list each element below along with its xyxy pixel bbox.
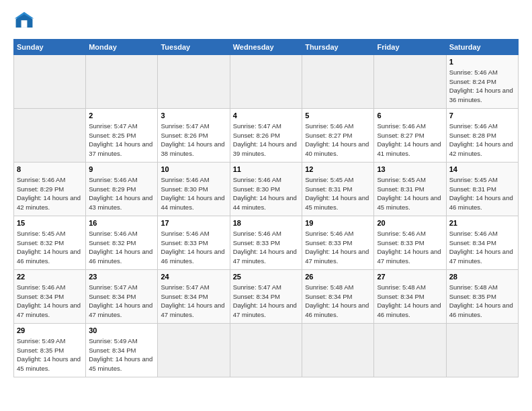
day-number: 1 — [449, 57, 515, 67]
calendar-day-cell: 24Sunrise: 5:47 AMSunset: 8:34 PMDayligh… — [158, 270, 230, 324]
day-of-week-header: Tuesday — [158, 40, 230, 55]
day-number: 18 — [233, 218, 299, 228]
day-info: Sunrise: 5:46 AMSunset: 8:32 PMDaylight:… — [89, 230, 152, 265]
logo-icon — [13, 11, 35, 32]
day-info: Sunrise: 5:49 AMSunset: 8:34 PMDaylight:… — [89, 337, 152, 372]
day-number: 14 — [449, 165, 515, 175]
day-info: Sunrise: 5:47 AMSunset: 8:34 PMDaylight:… — [161, 283, 224, 318]
empty-cell — [374, 55, 446, 109]
day-number: 12 — [305, 165, 371, 175]
empty-cell — [230, 55, 302, 109]
empty-cell — [374, 324, 446, 377]
day-number: 8 — [17, 165, 83, 175]
day-info: Sunrise: 5:46 AMSunset: 8:27 PMDaylight:… — [305, 122, 369, 157]
calendar-day-cell: 20Sunrise: 5:46 AMSunset: 8:33 PMDayligh… — [374, 216, 446, 270]
calendar-week-row: 15Sunrise: 5:45 AMSunset: 8:32 PMDayligh… — [14, 216, 519, 270]
day-number: 29 — [17, 326, 83, 336]
day-number: 19 — [305, 218, 371, 228]
day-info: Sunrise: 5:48 AMSunset: 8:34 PMDaylight:… — [305, 283, 369, 318]
day-info: Sunrise: 5:45 AMSunset: 8:31 PMDaylight:… — [449, 176, 513, 211]
calendar-day-cell: 7Sunrise: 5:46 AMSunset: 8:28 PMDaylight… — [446, 109, 518, 163]
day-info: Sunrise: 5:46 AMSunset: 8:30 PMDaylight:… — [161, 176, 224, 211]
day-of-week-header: Thursday — [302, 40, 374, 55]
calendar-day-cell: 10Sunrise: 5:46 AMSunset: 8:30 PMDayligh… — [158, 163, 230, 216]
calendar-week-row: 2Sunrise: 5:47 AMSunset: 8:25 PMDaylight… — [14, 109, 519, 163]
empty-cell — [158, 324, 230, 377]
day-info: Sunrise: 5:49 AMSunset: 8:35 PMDaylight:… — [17, 337, 81, 372]
calendar-day-cell: 1Sunrise: 5:46 AMSunset: 8:24 PMDaylight… — [446, 55, 518, 109]
calendar-day-cell: 29Sunrise: 5:49 AMSunset: 8:35 PMDayligh… — [14, 324, 86, 377]
day-info: Sunrise: 5:46 AMSunset: 8:29 PMDaylight:… — [89, 176, 152, 211]
day-info: Sunrise: 5:48 AMSunset: 8:34 PMDaylight:… — [377, 283, 441, 318]
calendar-day-cell: 15Sunrise: 5:45 AMSunset: 8:32 PMDayligh… — [14, 216, 86, 270]
day-info: Sunrise: 5:46 AMSunset: 8:33 PMDaylight:… — [377, 230, 441, 265]
day-info: Sunrise: 5:48 AMSunset: 8:35 PMDaylight:… — [449, 283, 513, 318]
day-info: Sunrise: 5:46 AMSunset: 8:34 PMDaylight:… — [449, 230, 513, 265]
calendar-day-cell: 13Sunrise: 5:45 AMSunset: 8:31 PMDayligh… — [374, 163, 446, 216]
calendar-day-cell: 4Sunrise: 5:47 AMSunset: 8:26 PMDaylight… — [230, 109, 302, 163]
empty-cell — [86, 55, 158, 109]
day-info: Sunrise: 5:46 AMSunset: 8:33 PMDaylight:… — [305, 230, 369, 265]
calendar-day-cell: 14Sunrise: 5:45 AMSunset: 8:31 PMDayligh… — [446, 163, 518, 216]
calendar-day-cell: 23Sunrise: 5:47 AMSunset: 8:34 PMDayligh… — [86, 270, 158, 324]
calendar-day-cell: 25Sunrise: 5:47 AMSunset: 8:34 PMDayligh… — [230, 270, 302, 324]
empty-cell — [158, 55, 230, 109]
calendar-table: SundayMondayTuesdayWednesdayThursdayFrid… — [13, 39, 519, 377]
calendar-day-cell: 12Sunrise: 5:45 AMSunset: 8:31 PMDayligh… — [302, 163, 374, 216]
day-of-week-header: Sunday — [14, 40, 86, 55]
day-number: 23 — [89, 272, 154, 282]
day-number: 2 — [89, 111, 154, 121]
day-of-week-header: Friday — [374, 40, 446, 55]
calendar-day-cell: 11Sunrise: 5:46 AMSunset: 8:30 PMDayligh… — [230, 163, 302, 216]
day-info: Sunrise: 5:47 AMSunset: 8:25 PMDaylight:… — [89, 122, 152, 157]
day-info: Sunrise: 5:45 AMSunset: 8:31 PMDaylight:… — [305, 176, 369, 211]
day-number: 3 — [161, 111, 226, 121]
day-info: Sunrise: 5:46 AMSunset: 8:30 PMDaylight:… — [233, 176, 297, 211]
day-info: Sunrise: 5:46 AMSunset: 8:24 PMDaylight:… — [449, 68, 513, 103]
calendar-week-row: 8Sunrise: 5:46 AMSunset: 8:29 PMDaylight… — [14, 163, 519, 216]
day-number: 26 — [305, 272, 371, 282]
calendar-header-row: SundayMondayTuesdayWednesdayThursdayFrid… — [14, 40, 519, 55]
day-number: 27 — [377, 272, 443, 282]
calendar-week-row: 1Sunrise: 5:46 AMSunset: 8:24 PMDaylight… — [14, 55, 519, 109]
day-info: Sunrise: 5:46 AMSunset: 8:34 PMDaylight:… — [17, 283, 81, 318]
calendar-day-cell: 9Sunrise: 5:46 AMSunset: 8:29 PMDaylight… — [86, 163, 158, 216]
day-number: 24 — [161, 272, 226, 282]
empty-cell — [14, 55, 86, 109]
day-info: Sunrise: 5:46 AMSunset: 8:29 PMDaylight:… — [17, 176, 81, 211]
calendar-day-cell: 16Sunrise: 5:46 AMSunset: 8:32 PMDayligh… — [86, 216, 158, 270]
day-number: 4 — [233, 111, 299, 121]
day-number: 6 — [377, 111, 443, 121]
day-number: 22 — [17, 272, 83, 282]
empty-cell — [230, 324, 302, 377]
calendar-day-cell: 18Sunrise: 5:46 AMSunset: 8:33 PMDayligh… — [230, 216, 302, 270]
calendar-day-cell: 21Sunrise: 5:46 AMSunset: 8:34 PMDayligh… — [446, 216, 518, 270]
page: SundayMondayTuesdayWednesdayThursdayFrid… — [0, 0, 532, 411]
day-number: 21 — [449, 218, 515, 228]
day-info: Sunrise: 5:46 AMSunset: 8:28 PMDaylight:… — [449, 122, 513, 157]
day-number: 5 — [305, 111, 371, 121]
day-number: 28 — [449, 272, 515, 282]
logo — [13, 11, 38, 32]
empty-cell — [14, 109, 86, 163]
day-info: Sunrise: 5:46 AMSunset: 8:27 PMDaylight:… — [377, 122, 441, 157]
calendar-day-cell: 28Sunrise: 5:48 AMSunset: 8:35 PMDayligh… — [446, 270, 518, 324]
day-number: 15 — [17, 218, 83, 228]
calendar-week-row: 29Sunrise: 5:49 AMSunset: 8:35 PMDayligh… — [14, 324, 519, 377]
day-info: Sunrise: 5:47 AMSunset: 8:26 PMDaylight:… — [233, 122, 297, 157]
day-number: 25 — [233, 272, 299, 282]
day-number: 20 — [377, 218, 443, 228]
calendar-day-cell: 5Sunrise: 5:46 AMSunset: 8:27 PMDaylight… — [302, 109, 374, 163]
day-info: Sunrise: 5:45 AMSunset: 8:32 PMDaylight:… — [17, 230, 81, 265]
day-info: Sunrise: 5:47 AMSunset: 8:34 PMDaylight:… — [233, 283, 297, 318]
empty-cell — [302, 324, 374, 377]
calendar-day-cell: 19Sunrise: 5:46 AMSunset: 8:33 PMDayligh… — [302, 216, 374, 270]
svg-rect-2 — [21, 20, 28, 28]
empty-cell — [302, 55, 374, 109]
calendar-day-cell: 3Sunrise: 5:47 AMSunset: 8:26 PMDaylight… — [158, 109, 230, 163]
calendar-week-row: 22Sunrise: 5:46 AMSunset: 8:34 PMDayligh… — [14, 270, 519, 324]
calendar-day-cell: 17Sunrise: 5:46 AMSunset: 8:33 PMDayligh… — [158, 216, 230, 270]
day-number: 17 — [161, 218, 226, 228]
day-of-week-header: Wednesday — [230, 40, 302, 55]
day-number: 30 — [89, 326, 154, 336]
